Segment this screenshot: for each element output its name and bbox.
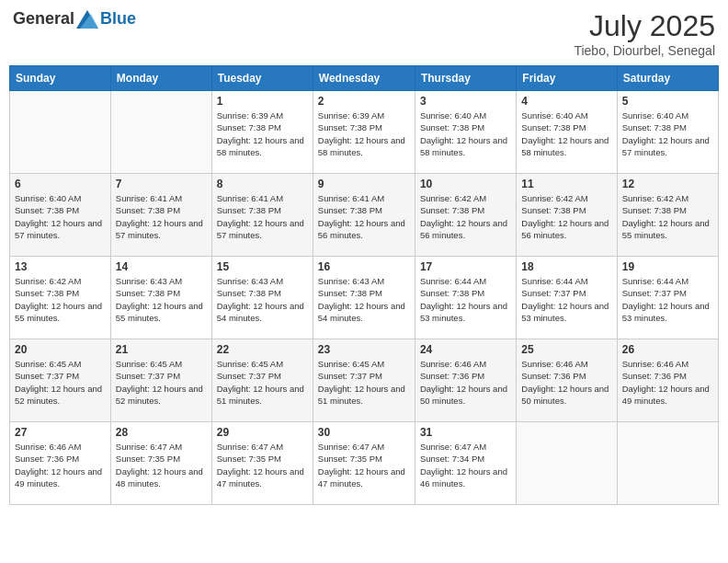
day-info: Sunrise: 6:47 AM Sunset: 7:35 PM Dayligh…: [318, 441, 410, 489]
day-number: 20: [15, 343, 106, 356]
calendar-cell: 4Sunrise: 6:40 AM Sunset: 7:38 PM Daylig…: [517, 91, 617, 174]
day-info: Sunrise: 6:45 AM Sunset: 7:37 PM Dayligh…: [15, 358, 106, 407]
day-number: 17: [420, 260, 511, 273]
day-number: 15: [217, 260, 308, 273]
day-number: 2: [318, 95, 410, 108]
day-number: 1: [217, 95, 308, 108]
day-number: 11: [521, 178, 611, 190]
day-number: 24: [420, 343, 511, 356]
day-info: Sunrise: 6:42 AM Sunset: 7:38 PM Dayligh…: [521, 192, 611, 241]
day-info: Sunrise: 6:42 AM Sunset: 7:38 PM Dayligh…: [15, 275, 106, 324]
day-number: 4: [521, 95, 611, 108]
calendar-cell: 16Sunrise: 6:43 AM Sunset: 7:38 PM Dayli…: [313, 257, 415, 339]
calendar-cell: 1Sunrise: 6:39 AM Sunset: 7:38 PM Daylig…: [211, 91, 313, 174]
month-year: July 2025: [574, 9, 715, 43]
day-info: Sunrise: 6:44 AM Sunset: 7:38 PM Dayligh…: [420, 275, 511, 324]
calendar-cell: [617, 422, 718, 505]
day-info: Sunrise: 6:47 AM Sunset: 7:35 PM Dayligh…: [116, 441, 207, 489]
weekday-header-monday: Monday: [110, 66, 211, 91]
day-info: Sunrise: 6:46 AM Sunset: 7:36 PM Dayligh…: [521, 358, 611, 407]
day-number: 30: [318, 426, 410, 439]
day-info: Sunrise: 6:41 AM Sunset: 7:38 PM Dayligh…: [217, 192, 308, 241]
day-info: Sunrise: 6:42 AM Sunset: 7:38 PM Dayligh…: [420, 192, 511, 241]
calendar-cell: 20Sunrise: 6:45 AM Sunset: 7:37 PM Dayli…: [10, 339, 111, 422]
calendar-cell: 3Sunrise: 6:40 AM Sunset: 7:38 PM Daylig…: [415, 91, 516, 174]
day-number: 25: [521, 343, 611, 356]
logo-blue: Blue: [100, 9, 136, 29]
calendar-cell: 5Sunrise: 6:40 AM Sunset: 7:38 PM Daylig…: [617, 91, 718, 174]
day-info: Sunrise: 6:46 AM Sunset: 7:36 PM Dayligh…: [622, 358, 713, 407]
day-info: Sunrise: 6:45 AM Sunset: 7:37 PM Dayligh…: [217, 358, 308, 407]
calendar-cell: 7Sunrise: 6:41 AM Sunset: 7:38 PM Daylig…: [110, 174, 211, 257]
day-info: Sunrise: 6:47 AM Sunset: 7:35 PM Dayligh…: [217, 441, 308, 489]
calendar-cell: 10Sunrise: 6:42 AM Sunset: 7:38 PM Dayli…: [415, 174, 516, 257]
calendar-cell: 15Sunrise: 6:43 AM Sunset: 7:38 PM Dayli…: [211, 257, 313, 339]
weekday-header-friday: Friday: [517, 66, 617, 91]
day-info: Sunrise: 6:46 AM Sunset: 7:36 PM Dayligh…: [15, 441, 106, 489]
day-number: 7: [116, 178, 207, 190]
weekday-header-thursday: Thursday: [415, 66, 516, 91]
logo-general: General: [13, 9, 74, 29]
calendar-week-1: 1Sunrise: 6:39 AM Sunset: 7:38 PM Daylig…: [10, 91, 719, 174]
day-number: 28: [116, 426, 207, 439]
day-info: Sunrise: 6:46 AM Sunset: 7:36 PM Dayligh…: [420, 358, 511, 407]
location: Tiebo, Diourbel, Senegal: [574, 43, 715, 58]
calendar-table: SundayMondayTuesdayWednesdayThursdayFrid…: [9, 65, 719, 505]
day-info: Sunrise: 6:40 AM Sunset: 7:38 PM Dayligh…: [521, 109, 611, 158]
day-info: Sunrise: 6:43 AM Sunset: 7:38 PM Dayligh…: [217, 275, 308, 324]
day-info: Sunrise: 6:41 AM Sunset: 7:38 PM Dayligh…: [318, 192, 410, 241]
day-info: Sunrise: 6:41 AM Sunset: 7:38 PM Dayligh…: [116, 192, 207, 241]
calendar-cell: 9Sunrise: 6:41 AM Sunset: 7:38 PM Daylig…: [313, 174, 415, 257]
day-info: Sunrise: 6:42 AM Sunset: 7:38 PM Dayligh…: [622, 192, 713, 241]
day-number: 3: [420, 95, 511, 108]
day-number: 21: [116, 343, 207, 356]
calendar-cell: 27Sunrise: 6:46 AM Sunset: 7:36 PM Dayli…: [10, 422, 111, 505]
day-number: 31: [420, 426, 511, 439]
day-number: 10: [420, 178, 511, 190]
day-number: 23: [318, 343, 410, 356]
day-number: 16: [318, 260, 410, 273]
day-number: 5: [622, 95, 713, 108]
day-number: 22: [217, 343, 308, 356]
calendar-cell: 2Sunrise: 6:39 AM Sunset: 7:38 PM Daylig…: [313, 91, 415, 174]
day-number: 18: [521, 260, 611, 273]
calendar-cell: 18Sunrise: 6:44 AM Sunset: 7:37 PM Dayli…: [517, 257, 617, 339]
logo-icon: [76, 10, 98, 29]
calendar-cell: [10, 91, 111, 174]
calendar-cell: 25Sunrise: 6:46 AM Sunset: 7:36 PM Dayli…: [517, 339, 617, 422]
title-block: July 2025 Tiebo, Diourbel, Senegal: [574, 9, 715, 58]
day-number: 9: [318, 178, 410, 190]
weekday-header-tuesday: Tuesday: [211, 66, 313, 91]
calendar-cell: 19Sunrise: 6:44 AM Sunset: 7:37 PM Dayli…: [617, 257, 718, 339]
calendar-cell: 28Sunrise: 6:47 AM Sunset: 7:35 PM Dayli…: [110, 422, 211, 505]
day-info: Sunrise: 6:40 AM Sunset: 7:38 PM Dayligh…: [622, 109, 713, 158]
day-info: Sunrise: 6:39 AM Sunset: 7:38 PM Dayligh…: [217, 109, 308, 158]
calendar-week-5: 27Sunrise: 6:46 AM Sunset: 7:36 PM Dayli…: [10, 422, 719, 505]
logo: General Blue: [13, 9, 136, 29]
page-header: General Blue July 2025 Tiebo, Diourbel, …: [9, 9, 719, 58]
day-info: Sunrise: 6:40 AM Sunset: 7:38 PM Dayligh…: [15, 192, 106, 241]
day-number: 13: [15, 260, 106, 273]
day-info: Sunrise: 6:40 AM Sunset: 7:38 PM Dayligh…: [420, 109, 511, 158]
calendar-cell: 12Sunrise: 6:42 AM Sunset: 7:38 PM Dayli…: [617, 174, 718, 257]
day-number: 12: [622, 178, 713, 190]
day-info: Sunrise: 6:43 AM Sunset: 7:38 PM Dayligh…: [116, 275, 207, 324]
calendar-cell: 29Sunrise: 6:47 AM Sunset: 7:35 PM Dayli…: [211, 422, 313, 505]
calendar-cell: 6Sunrise: 6:40 AM Sunset: 7:38 PM Daylig…: [10, 174, 111, 257]
calendar-cell: [110, 91, 211, 174]
day-number: 19: [622, 260, 713, 273]
day-info: Sunrise: 6:45 AM Sunset: 7:37 PM Dayligh…: [116, 358, 207, 407]
day-info: Sunrise: 6:45 AM Sunset: 7:37 PM Dayligh…: [318, 358, 410, 407]
day-info: Sunrise: 6:39 AM Sunset: 7:38 PM Dayligh…: [318, 109, 410, 158]
calendar-cell: 22Sunrise: 6:45 AM Sunset: 7:37 PM Dayli…: [211, 339, 313, 422]
day-number: 14: [116, 260, 207, 273]
calendar-cell: 21Sunrise: 6:45 AM Sunset: 7:37 PM Dayli…: [110, 339, 211, 422]
calendar-cell: 17Sunrise: 6:44 AM Sunset: 7:38 PM Dayli…: [415, 257, 516, 339]
calendar-week-4: 20Sunrise: 6:45 AM Sunset: 7:37 PM Dayli…: [10, 339, 719, 422]
calendar-cell: 11Sunrise: 6:42 AM Sunset: 7:38 PM Dayli…: [517, 174, 617, 257]
calendar-cell: 24Sunrise: 6:46 AM Sunset: 7:36 PM Dayli…: [415, 339, 516, 422]
day-info: Sunrise: 6:44 AM Sunset: 7:37 PM Dayligh…: [622, 275, 713, 324]
day-info: Sunrise: 6:44 AM Sunset: 7:37 PM Dayligh…: [521, 275, 611, 324]
day-info: Sunrise: 6:43 AM Sunset: 7:38 PM Dayligh…: [318, 275, 410, 324]
calendar-cell: 31Sunrise: 6:47 AM Sunset: 7:34 PM Dayli…: [415, 422, 516, 505]
